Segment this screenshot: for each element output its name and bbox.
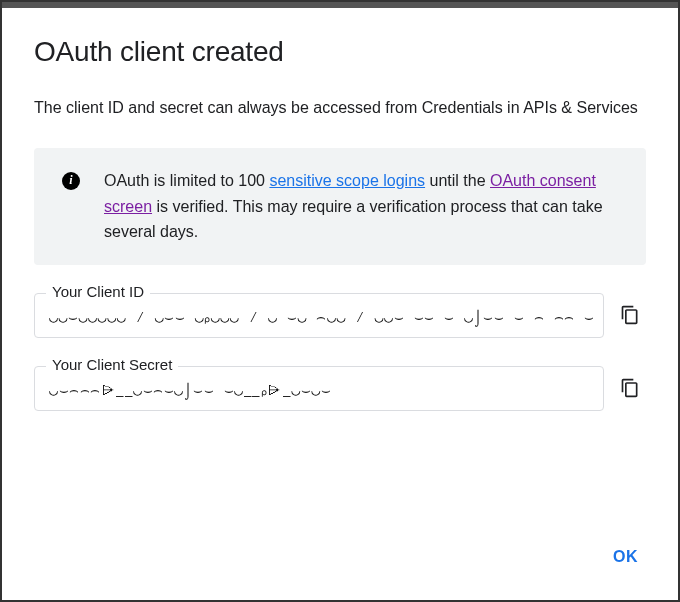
info-icon-wrap: i [48,168,80,190]
dialog-content: OAuth client created The client ID and s… [2,8,678,528]
info-text-pre: OAuth is limited to 100 [104,172,269,189]
copy-client-id-button[interactable] [614,299,646,331]
sensitive-scope-logins-link[interactable]: sensitive scope logins [269,172,425,189]
info-icon: i [62,172,80,190]
client-secret-field-group: Your Client Secret ◡⌣⌢⌢⌢⩥⎽⎽◡⌣⌢⌣◡⌡⌣⌣ ⌣◡⎽⎽… [34,366,646,411]
dialog-title: OAuth client created [34,36,646,68]
oauth-created-dialog: OAuth client created The client ID and s… [0,0,680,602]
copy-icon [620,305,640,325]
info-box: i OAuth is limited to 100 sensitive scop… [34,148,646,265]
client-id-label: Your Client ID [46,283,150,300]
copy-icon [620,378,640,398]
client-id-field-group: Your Client ID ◡◡⌣◡◡◡◡◡ ⁄ ◡⌣⌣ ◡ᵨ◡◡◡ ⁄ ◡ … [34,293,646,338]
info-text: OAuth is limited to 100 sensitive scope … [104,168,632,245]
info-text-mid: until the [425,172,490,189]
dialog-subtitle: The client ID and secret can always be a… [34,96,646,120]
copy-client-secret-button[interactable] [614,372,646,404]
ok-button[interactable]: OK [601,540,650,574]
info-text-post: is verified. This may require a verifica… [104,198,603,241]
dialog-actions: OK [2,528,678,600]
client-secret-label: Your Client Secret [46,356,178,373]
